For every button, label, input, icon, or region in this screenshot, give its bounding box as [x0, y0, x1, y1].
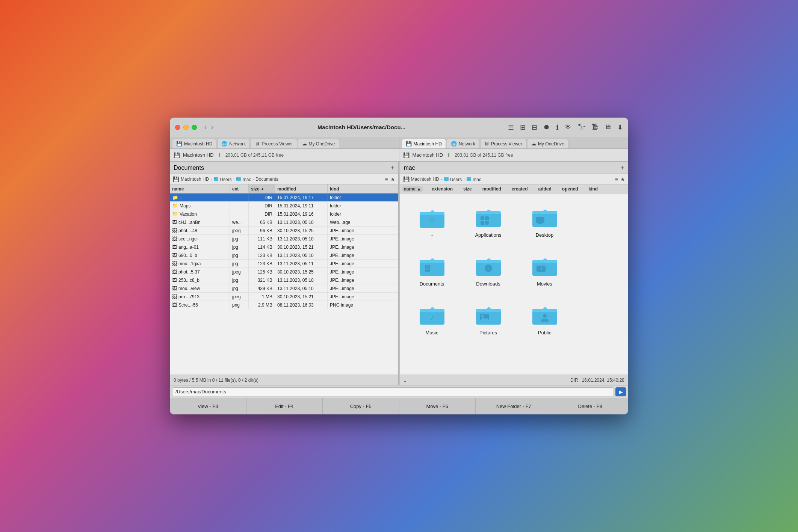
- func-btn-copy---f5[interactable]: Copy - F5: [323, 398, 399, 414]
- rbc-users[interactable]: Users: [444, 176, 462, 182]
- maximize-button[interactable]: [192, 125, 197, 130]
- compress-icon[interactable]: 🗜: [592, 123, 598, 131]
- bc-disk-icon: 💾: [173, 176, 179, 182]
- screen-icon[interactable]: 🖥: [605, 123, 611, 131]
- rcol-kind[interactable]: kind: [587, 186, 599, 192]
- info-icon[interactable]: ℹ: [556, 123, 559, 131]
- func-btn-move---f6[interactable]: Move - F6: [399, 398, 476, 414]
- tab-left-process[interactable]: 🖥 Process Viewer: [251, 139, 297, 148]
- list-item[interactable]: Pictures: [460, 295, 517, 344]
- list-view-icon[interactable]: ☰: [508, 123, 514, 131]
- rcol-extension[interactable]: extension: [430, 186, 454, 192]
- list-item[interactable]: Desktop: [517, 197, 573, 246]
- bc-list-icon[interactable]: ≡: [385, 176, 388, 182]
- tab-right-process[interactable]: 🖥 Process Viewer: [480, 139, 526, 148]
- bc-macintosh[interactable]: Macintosh HD: [181, 177, 209, 182]
- file-type-icon: 📁: [172, 211, 178, 217]
- left-file-list[interactable]: 📁.. DIR 15.01.2024, 19:17 folder 📁Maps D…: [170, 193, 398, 375]
- tab-left-macintosh[interactable]: 💾 Macintosh HD: [172, 139, 216, 148]
- rcol-added[interactable]: added: [537, 186, 553, 192]
- bc-users[interactable]: Users: [213, 176, 232, 182]
- binoculars-icon[interactable]: 🔭: [577, 123, 586, 131]
- rbc-mac[interactable]: mac: [466, 176, 481, 182]
- dotdot-folder-icon: ⌂: [419, 207, 445, 229]
- tab-right-onedrive[interactable]: ☁ My OneDrive: [527, 139, 568, 148]
- right-panel-add-button[interactable]: +: [620, 165, 624, 171]
- file-modified-cell: 15.01.2024, 19:11: [275, 202, 328, 210]
- icon-label: Documents: [420, 281, 444, 287]
- list-item[interactable]: ↓ Downloads: [460, 246, 517, 295]
- list-item[interactable]: Documents: [404, 246, 460, 295]
- tab-right-macintosh[interactable]: 💾 Macintosh HD: [402, 139, 446, 148]
- table-row[interactable]: 🖼pex...7913 jpeg 1 MB 30.10.2023, 15:21 …: [170, 293, 398, 301]
- col-name[interactable]: name: [170, 184, 230, 193]
- rcol-created[interactable]: created: [510, 186, 529, 192]
- bc-mac[interactable]: mac: [236, 176, 251, 182]
- file-name-cell: 🖼690...0_b: [170, 251, 230, 259]
- table-row[interactable]: 🖼ang...a-01 jpg 114 KB 30.10.2023, 15:21…: [170, 243, 398, 251]
- rcol-opened[interactable]: opened: [561, 186, 580, 192]
- rcol-modified[interactable]: modified: [481, 186, 503, 192]
- back-button[interactable]: ‹: [203, 122, 208, 132]
- path-go-button[interactable]: ▶: [615, 387, 626, 396]
- path-input[interactable]: [172, 387, 614, 396]
- table-row[interactable]: 📁Vacation DIR 15.01.2024, 19:16 folder: [170, 210, 398, 218]
- tab-left-network[interactable]: 🌐 Network: [217, 139, 250, 148]
- table-row[interactable]: 🖼phot...5.37 jpeg 125 KB 30.10.2023, 15:…: [170, 268, 398, 276]
- tab-left-onedrive[interactable]: ☁ My OneDrive: [298, 139, 339, 148]
- col-size[interactable]: size ▲: [249, 184, 275, 193]
- col-ext[interactable]: ext: [230, 184, 249, 193]
- table-row[interactable]: 🖼Scre...-56 png 2,9 MB 08.11.2023, 16:03…: [170, 301, 398, 309]
- func-btn-new-folder---f7[interactable]: New Folder - F7: [476, 398, 552, 414]
- col-modified[interactable]: modified: [275, 184, 328, 193]
- list-item[interactable]: ♪ Music: [404, 295, 460, 344]
- rbc-favorite-icon[interactable]: ★: [620, 176, 625, 182]
- right-panel-header: mac +: [400, 162, 629, 174]
- forward-button[interactable]: ›: [210, 122, 215, 132]
- rbc-macintosh[interactable]: Macintosh HD: [411, 177, 439, 182]
- svg-rect-3: [236, 178, 238, 179]
- table-row[interactable]: 🖼sce...nge- jpg 111 KB 13.11.2023, 05:10…: [170, 235, 398, 243]
- download-icon[interactable]: ⬇: [617, 123, 623, 131]
- close-button[interactable]: [175, 125, 180, 130]
- rbc-list-icon[interactable]: ≡: [615, 176, 618, 182]
- grid-view-icon[interactable]: ⊟: [532, 123, 537, 131]
- column-view-icon[interactable]: ⊞: [520, 123, 526, 131]
- rcol-name[interactable]: name ▲: [402, 186, 423, 192]
- table-row[interactable]: 📁.. DIR 15.01.2024, 19:17 folder: [170, 193, 398, 202]
- rbc-users-icon: [444, 176, 449, 181]
- right-icon-view[interactable]: ⌂ .. Applications Desktop Documents ↓ Do…: [400, 193, 629, 375]
- file-size-cell: 123 KB: [249, 260, 275, 268]
- table-row[interactable]: 🖼phot....48 jpeg 96 KB 30.10.2023, 15:25…: [170, 227, 398, 235]
- file-ext-cell: jpg: [230, 235, 249, 243]
- table-row[interactable]: 🖼mou...1gxa jpg 123 KB 13.11.2023, 05:11…: [170, 260, 398, 268]
- file-name-cell: 🖼phot...5.37: [170, 268, 230, 276]
- bc-documents[interactable]: Documents: [255, 177, 278, 182]
- eye-icon[interactable]: 👁: [565, 123, 571, 131]
- func-btn-delete---f8[interactable]: Delete - F8: [552, 398, 629, 414]
- left-panel-add-button[interactable]: +: [390, 165, 394, 171]
- file-type-icon: 🖼: [172, 286, 177, 291]
- right-col-headers: name ▲ extension size modified created a…: [400, 184, 629, 193]
- minimize-button[interactable]: [183, 125, 189, 130]
- file-type-icon: 📁: [172, 195, 178, 200]
- rcol-size[interactable]: size: [462, 186, 473, 192]
- tab-right-network[interactable]: 🌐 Network: [447, 139, 479, 148]
- table-row[interactable]: 🖼cHJ...anBn we... 65 KB 13.11.2023, 05:1…: [170, 218, 398, 227]
- table-row[interactable]: 🖼690...0_b jpg 123 KB 13.11.2023, 05:10 …: [170, 251, 398, 260]
- list-item[interactable]: Movies: [517, 246, 573, 295]
- file-type-icon: 🖼: [172, 294, 177, 299]
- list-item[interactable]: ✦ Public: [517, 295, 573, 344]
- list-item[interactable]: ⌂ ..: [404, 197, 460, 246]
- network-icon-right: 🌐: [451, 141, 457, 147]
- toggle-icon[interactable]: ⏺: [543, 123, 550, 131]
- func-btn-edit---f4[interactable]: Edit - F4: [246, 398, 323, 414]
- func-btn-view---f3[interactable]: View - F3: [170, 398, 246, 414]
- table-row[interactable]: 🖼253...c8_b jpg 321 KB 13.11.2023, 05:10…: [170, 276, 398, 284]
- list-item[interactable]: Applications: [460, 197, 517, 246]
- col-kind[interactable]: kind: [328, 184, 398, 193]
- file-ext-cell: jpg: [230, 243, 249, 251]
- bc-favorite-icon[interactable]: ★: [390, 176, 395, 182]
- table-row[interactable]: 🖼mou...view jpg 439 KB 13.11.2023, 05:10…: [170, 284, 398, 293]
- table-row[interactable]: 📁Maps DIR 15.01.2024, 19:11 folder: [170, 202, 398, 210]
